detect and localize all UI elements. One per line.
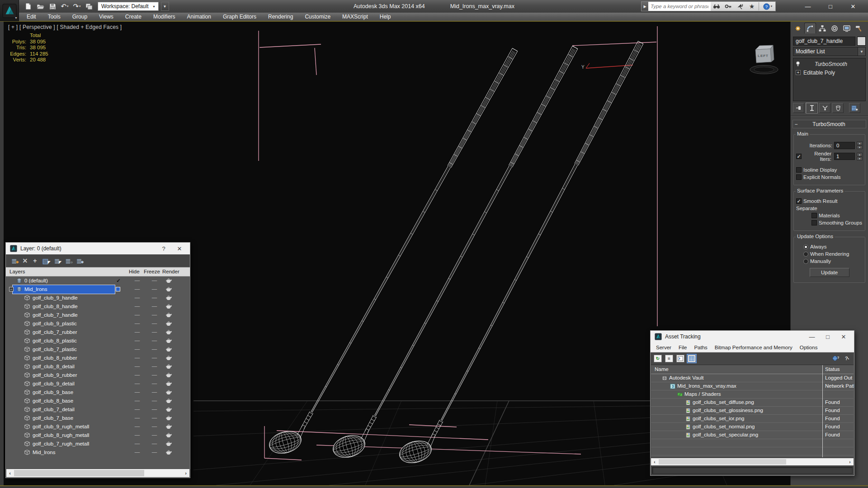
layer-row-mid-irons[interactable]: −Mid_Irons——: [6, 285, 189, 294]
render-toggle[interactable]: [165, 424, 184, 429]
layer-properties-button[interactable]: ≣✱: [76, 258, 82, 264]
render-toggle[interactable]: [165, 338, 184, 343]
hide-toggle[interactable]: —: [129, 346, 145, 352]
collapse-expander-icon[interactable]: −: [9, 287, 14, 291]
tab-modify[interactable]: [804, 23, 816, 33]
scroll-left-icon[interactable]: ‹: [651, 460, 658, 465]
layer-dialog-titlebar[interactable]: Layer: 0 (default) ? ✕: [6, 243, 190, 254]
hide-toggle[interactable]: —: [129, 406, 145, 412]
layer-row-golf-club-9-rugh-metall[interactable]: golf_club_9_rugh_metall——: [6, 422, 189, 431]
menu-modifiers[interactable]: Modifiers: [147, 13, 181, 21]
render-toggle[interactable]: [165, 450, 184, 455]
asset-menu-paths[interactable]: Paths: [690, 345, 711, 350]
asset-table-header[interactable]: Name Status: [651, 365, 854, 374]
configure-modifier-sets-button[interactable]: [849, 103, 860, 113]
hide-toggle[interactable]: —: [129, 303, 145, 309]
column-render[interactable]: Render: [162, 269, 179, 274]
column-freeze[interactable]: Freeze: [144, 269, 160, 274]
column-name[interactable]: Name: [655, 366, 669, 372]
scroll-right-icon[interactable]: ›: [846, 460, 854, 465]
asset-minimize-button[interactable]: —: [806, 333, 818, 340]
update-button[interactable]: Update: [810, 268, 849, 277]
iterations-field[interactable]: 0: [834, 142, 855, 149]
layer-row-golf-club-7-rubber[interactable]: golf_club_7_rubber——: [6, 328, 189, 337]
tab-display[interactable]: [841, 23, 853, 33]
hide-toggle[interactable]: —: [129, 389, 145, 394]
freeze-toggle[interactable]: —: [146, 329, 163, 334]
freeze-toggle[interactable]: —: [146, 277, 163, 283]
freeze-toggle[interactable]: —: [146, 346, 163, 352]
modifier-list-dropdown[interactable]: Modifier List ▼: [793, 47, 866, 56]
render-toggle[interactable]: [165, 381, 184, 386]
show-end-result-button[interactable]: [806, 103, 817, 113]
remove-modifier-button[interactable]: [832, 103, 844, 113]
layer-row-golf-club-9-handle[interactable]: golf_club_9_handle——: [6, 294, 189, 302]
asset-row-maps-shaders[interactable]: Maps / Shaders: [651, 390, 854, 399]
layer-row-golf-club-8-rubber[interactable]: golf_club_8_rubber——: [6, 354, 189, 362]
redo-button[interactable]: ↷▾: [71, 1, 82, 11]
freeze-toggle[interactable]: —: [146, 398, 163, 403]
layer-row-golf-club-7-detail[interactable]: golf_club_7_detail——: [6, 405, 189, 414]
render-toggle[interactable]: [165, 356, 184, 361]
layer-row-mid-irons[interactable]: Mid_Irons——: [6, 448, 189, 457]
menu-rendering[interactable]: Rendering: [262, 13, 299, 21]
hide-toggle[interactable]: —: [129, 398, 145, 403]
hide-toggle[interactable]: —: [129, 415, 145, 420]
layer-dialog-help-button[interactable]: ?: [157, 245, 170, 252]
render-iters-checkbox[interactable]: [796, 154, 802, 159]
freeze-toggle[interactable]: —: [146, 363, 163, 369]
make-unique-button[interactable]: [819, 103, 830, 113]
table-view-button[interactable]: [688, 355, 696, 362]
asset-menu-options[interactable]: Options: [796, 345, 821, 350]
render-toggle[interactable]: [165, 407, 184, 412]
report-view-button[interactable]: ≡: [665, 355, 673, 362]
layer-row-golf-club-9-detail[interactable]: golf_club_9_detail——: [6, 380, 189, 388]
tab-create[interactable]: [792, 23, 804, 33]
scrollbar-thumb[interactable]: [14, 470, 144, 476]
project-folder-button[interactable]: [84, 1, 94, 11]
layer-horizontal-scrollbar[interactable]: ‹ ›: [6, 469, 189, 477]
refresh-button[interactable]: ↻: [654, 355, 662, 362]
stack-item-editable-poly[interactable]: + Editable Poly: [793, 68, 865, 77]
asset-dialog-titlebar[interactable]: Asset Tracking — □ ✕: [651, 331, 854, 343]
context-help-button[interactable]: ?: [843, 355, 851, 362]
freeze-toggle[interactable]: —: [146, 303, 163, 309]
hide-toggle[interactable]: —: [129, 338, 145, 343]
layer-column-headers[interactable]: Layers Hide Freeze Render: [6, 267, 190, 277]
layer-row-golf-club-8-detail[interactable]: golf_club_8_detail——: [6, 362, 189, 371]
freeze-toggle[interactable]: —: [146, 380, 163, 386]
subscription-button[interactable]: [722, 2, 734, 11]
freeze-toggle[interactable]: —: [146, 372, 163, 377]
hide-toggle[interactable]: —: [129, 432, 145, 437]
tab-motion[interactable]: [829, 23, 840, 33]
menu-animation[interactable]: Animation: [181, 13, 217, 21]
hide-toggle[interactable]: —: [129, 320, 145, 326]
render-toggle[interactable]: [165, 330, 184, 335]
update-option-when-rendering[interactable]: When Rendering: [803, 251, 863, 257]
highlight-layer-button[interactable]: ≣○: [65, 258, 71, 264]
menu-views[interactable]: Views: [93, 13, 119, 21]
scrollbar-thumb[interactable]: [659, 459, 786, 465]
hide-toggle[interactable]: —: [129, 380, 145, 386]
freeze-toggle[interactable]: —: [146, 415, 163, 420]
layer-row-golf-club-7-base[interactable]: golf_club_7_base——: [6, 414, 189, 422]
workspace-selector[interactable]: Workspace: Default ▾: [98, 2, 159, 11]
menu-create[interactable]: Create: [119, 13, 147, 21]
layer-dialog-close-button[interactable]: ✕: [173, 245, 186, 252]
hide-toggle[interactable]: —: [129, 286, 145, 291]
freeze-toggle[interactable]: —: [146, 432, 163, 437]
layer-row-golf-club-8-base[interactable]: golf_club_8_base——: [6, 397, 189, 405]
maximize-button[interactable]: □: [819, 0, 842, 12]
hide-toggle[interactable]: —: [129, 449, 145, 455]
column-hide[interactable]: Hide: [129, 269, 140, 274]
render-toggle[interactable]: [165, 287, 184, 292]
current-layer-checkbox[interactable]: [116, 287, 120, 291]
layer-row-0-default[interactable]: 0 (default)✓——: [6, 277, 189, 285]
explicit-normals-checkbox[interactable]: [796, 174, 802, 180]
delete-layer-button[interactable]: ✕: [23, 258, 28, 264]
hide-toggle[interactable]: —: [129, 363, 145, 369]
pin-stack-button[interactable]: [793, 103, 804, 113]
hide-toggle[interactable]: —: [129, 329, 145, 334]
select-layer-objects-button[interactable]: ≣◤: [54, 258, 60, 264]
render-toggle[interactable]: [165, 416, 184, 421]
